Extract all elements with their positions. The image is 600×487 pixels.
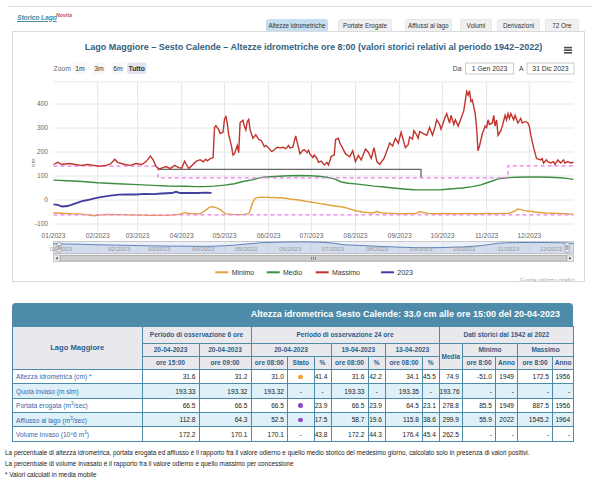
svg-text:11/2023: 11/2023 — [475, 232, 499, 239]
svg-text:Tutto: Tutto — [129, 65, 145, 72]
svg-text:03/2023: 03/2023 — [148, 245, 171, 252]
svg-text:06/2023: 06/2023 — [257, 232, 281, 239]
svg-text:12/2023: 12/2023 — [540, 245, 563, 252]
svg-text:04/2023: 04/2023 — [170, 232, 194, 239]
svg-text:200: 200 — [37, 148, 48, 155]
svg-text:1 Gen 2023: 1 Gen 2023 — [472, 65, 508, 72]
svg-text:cm: cm — [29, 158, 36, 166]
svg-text:-100: -100 — [35, 220, 49, 227]
svg-text:01/2023: 01/2023 — [42, 232, 66, 239]
svg-text:Massimo: Massimo — [332, 269, 360, 276]
svg-text:3m: 3m — [94, 65, 104, 72]
svg-text:Lago Maggiore – Sesto Calende: Lago Maggiore – Sesto Calende – Altezze … — [85, 42, 542, 52]
svg-text:12/2023: 12/2023 — [517, 232, 541, 239]
svg-text:Zoom: Zoom — [54, 65, 72, 72]
svg-text:05/2023: 05/2023 — [213, 232, 237, 239]
svg-text:03/2023: 03/2023 — [126, 232, 150, 239]
svg-text:07/2023: 07/2023 — [322, 245, 345, 252]
svg-text:10/2023: 10/2023 — [453, 245, 476, 252]
svg-text:05/2023: 05/2023 — [235, 245, 258, 252]
svg-text:1m: 1m — [75, 65, 85, 72]
svg-text:08/2023: 08/2023 — [344, 232, 368, 239]
svg-text:6m: 6m — [113, 65, 123, 72]
svg-text:10/2023: 10/2023 — [430, 232, 454, 239]
svg-text:08/2023: 08/2023 — [366, 245, 389, 252]
svg-text:Guida utilizzo grafici: Guida utilizzo grafici — [520, 276, 575, 282]
svg-text:04/2023: 04/2023 — [192, 245, 215, 252]
svg-text:07/2023: 07/2023 — [299, 232, 323, 239]
svg-text:0: 0 — [44, 196, 48, 203]
svg-text:11/2023: 11/2023 — [497, 245, 519, 252]
svg-text:02/2023: 02/2023 — [86, 232, 110, 239]
svg-text:02/2023: 02/2023 — [108, 245, 131, 252]
svg-text:09/2023: 09/2023 — [410, 245, 433, 252]
svg-text:06/2023: 06/2023 — [279, 245, 302, 252]
svg-text:Da: Da — [453, 65, 462, 72]
svg-text:A: A — [519, 65, 524, 72]
svg-text:100: 100 — [37, 172, 48, 179]
svg-text:300: 300 — [37, 124, 48, 131]
svg-text:Minimo: Minimo — [232, 269, 255, 276]
svg-text:Medio: Medio — [283, 269, 302, 276]
svg-text:2023: 2023 — [397, 269, 413, 276]
svg-text:31 Dic 2023: 31 Dic 2023 — [532, 65, 568, 72]
svg-text:400: 400 — [37, 100, 48, 107]
svg-text:09/2023: 09/2023 — [388, 232, 412, 239]
